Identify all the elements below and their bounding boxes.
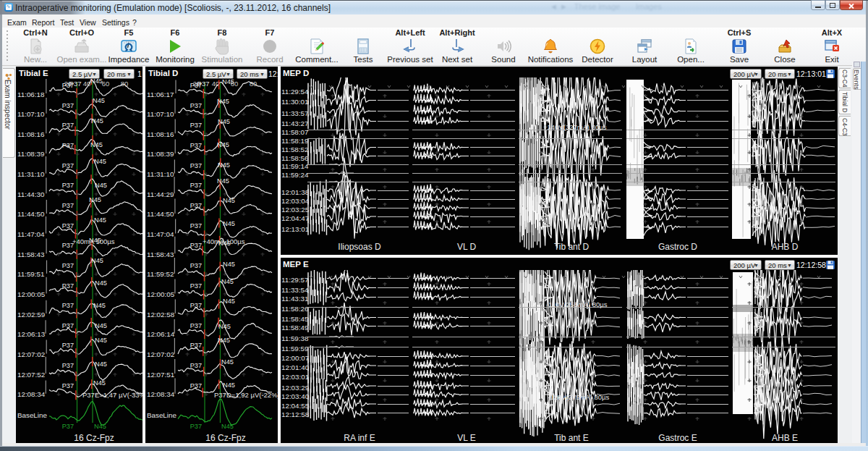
svg-text:P37: P37 (190, 423, 202, 430)
svg-text:BaseLine: BaseLine (17, 411, 47, 419)
svg-text:11:59:52: 11:59:52 (147, 270, 174, 278)
svg-text:N45: N45 (90, 141, 103, 148)
svg-text:P37: P37 (62, 382, 74, 389)
svg-text:N45: N45 (93, 97, 105, 104)
svg-text:11:58:52: 11:58:52 (281, 146, 308, 153)
svg-text:N45: N45 (91, 257, 103, 264)
svg-text:12:07:52: 12:07:52 (17, 371, 45, 379)
svg-text:Gastroc E: Gastroc E (658, 433, 697, 443)
svg-text:AHB E: AHB E (772, 433, 798, 443)
svg-text:N45: N45 (95, 337, 107, 344)
svg-text:12:06:14: 12:06:14 (147, 330, 175, 338)
svg-text:N45: N45 (221, 358, 234, 366)
svg-text:N45: N45 (95, 322, 107, 329)
svg-text:P37: P37 (62, 122, 74, 129)
svg-text:N45: N45 (218, 161, 230, 169)
svg-text:P37: P37 (62, 142, 74, 149)
svg-text:N45: N45 (223, 261, 235, 268)
svg-text:P37: P37 (190, 342, 202, 349)
svg-text:P37: P37 (190, 362, 202, 369)
svg-text:12:00:07: 12:00:07 (281, 354, 309, 362)
svg-text:11:43:31: 11:43:31 (281, 295, 308, 303)
svg-text:P37: P37 (62, 342, 74, 349)
svg-text:12:08:34: 12:08:34 (147, 390, 175, 398)
svg-text:11:47:04: 11:47:04 (17, 230, 45, 238)
svg-text:N45: N45 (89, 196, 101, 203)
svg-text:N45: N45 (91, 117, 103, 125)
svg-text:11:58:49: 11:58:49 (281, 324, 308, 332)
svg-text:60: 60 (102, 80, 110, 88)
svg-text:12:04:55: 12:04:55 (281, 402, 310, 410)
svg-text:12:07:02: 12:07:02 (17, 350, 45, 358)
svg-text:12:02:58: 12:02:58 (147, 311, 175, 319)
svg-text:N45: N45 (222, 78, 234, 85)
svg-text:11:58:43: 11:58:43 (147, 250, 174, 258)
svg-text:12:03:40: 12:03:40 (281, 392, 310, 400)
svg-text:11:33:57: 11:33:57 (281, 109, 308, 117)
svg-text:12:08:34: 12:08:34 (17, 390, 46, 398)
svg-text:11:29:57: 11:29:57 (281, 276, 308, 284)
svg-text:12:00:05: 12:00:05 (17, 290, 46, 298)
svg-text:P37: P37 (190, 122, 202, 129)
svg-text:N45: N45 (93, 379, 106, 387)
svg-text:11:58:56: 11:58:56 (281, 154, 309, 162)
svg-text:N45: N45 (218, 323, 231, 330)
svg-text:P37: P37 (190, 182, 202, 189)
svg-text:P37: P37 (190, 142, 202, 149)
svg-text:-110V(255mA) 80µs: -110V(255mA) 80µs (546, 300, 608, 308)
svg-text:Tib ant E: Tib ant E (554, 433, 589, 443)
svg-text:+140V(327mA) 80µs: +140V(327mA) 80µs (543, 123, 607, 131)
svg-text:P37: P37 (190, 202, 202, 209)
svg-text:P37: P37 (62, 423, 74, 430)
svg-text:Iliopsoas D: Iliopsoas D (338, 242, 381, 252)
svg-text:P37: P37 (62, 202, 74, 209)
svg-text:11:07:10: 11:07:10 (147, 110, 174, 118)
svg-text:12:13:01: 12:13:01 (281, 225, 309, 233)
svg-text:Gastroc D: Gastroc D (658, 242, 697, 252)
svg-text:P37: P37 (190, 222, 202, 229)
svg-text:P37: P37 (62, 322, 74, 329)
svg-text:P37: P37 (62, 162, 74, 169)
svg-text:12:04:47: 12:04:47 (281, 214, 309, 222)
svg-text:P37D=1,92 µV(-22%): P37D=1,92 µV(-22%) (214, 391, 280, 399)
svg-text:P37: P37 (62, 262, 74, 269)
svg-text:Tib ant D: Tib ant D (554, 242, 590, 252)
svg-text:12:03:04: 12:03:04 (281, 197, 310, 205)
svg-text:-120V(275mA) 80µs: -120V(275mA) 80µs (548, 393, 609, 401)
svg-text:11:59:24: 11:59:24 (281, 171, 309, 179)
svg-text:11:58:26: 11:58:26 (281, 305, 309, 313)
svg-text:N45: N45 (223, 298, 235, 305)
svg-text:11:07:10: 11:07:10 (17, 110, 45, 118)
svg-text:12:03:01: 12:03:01 (281, 373, 309, 381)
svg-text:N45: N45 (94, 158, 106, 165)
svg-text:11:58:43: 11:58:43 (17, 250, 45, 258)
svg-text:12:01:40: 12:01:40 (281, 363, 310, 371)
svg-text:N45: N45 (221, 278, 234, 285)
svg-text:11:43:27: 11:43:27 (281, 119, 308, 127)
svg-text:P37: P37 (190, 162, 202, 169)
svg-text:12:07:02: 12:07:02 (147, 350, 174, 358)
svg-text:P37: P37 (62, 362, 74, 369)
svg-text:P37: P37 (62, 222, 74, 229)
svg-text:12:03:25: 12:03:25 (281, 206, 310, 214)
svg-text:11:59:14: 11:59:14 (281, 162, 309, 170)
svg-text:P37: P37 (62, 182, 74, 189)
svg-text:N45: N45 (217, 141, 229, 148)
svg-text:P37: P37 (62, 282, 74, 290)
svg-text:12:12:58: 12:12:58 (281, 410, 310, 418)
svg-text:11:44:50: 11:44:50 (147, 210, 174, 218)
svg-text:12:07:51: 12:07:51 (147, 371, 174, 379)
svg-text:N45: N45 (223, 197, 235, 204)
svg-text:VL E: VL E (457, 433, 476, 443)
svg-text:11:44:50: 11:44:50 (17, 210, 45, 218)
svg-text:11:47:04: 11:47:04 (147, 230, 174, 238)
svg-text:P37: P37 (190, 82, 202, 89)
svg-text:11:58:07: 11:58:07 (281, 128, 308, 136)
svg-text:N45: N45 (218, 118, 230, 125)
svg-text:N45: N45 (93, 302, 106, 309)
svg-text:11:08:39: 11:08:39 (147, 150, 174, 158)
svg-text:P37: P37 (190, 282, 202, 290)
svg-text:11:08:16: 11:08:16 (147, 130, 174, 138)
svg-text:N45: N45 (94, 423, 106, 430)
svg-text:11:31:10: 11:31:10 (147, 170, 174, 178)
